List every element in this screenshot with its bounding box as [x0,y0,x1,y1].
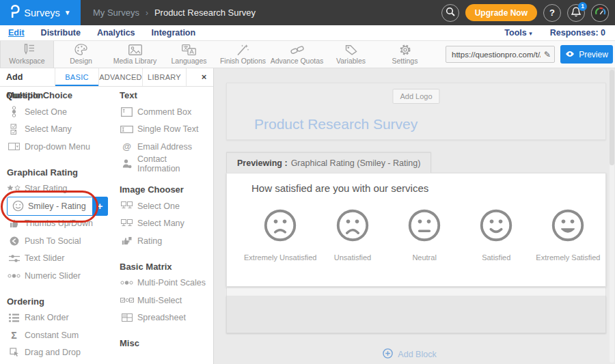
chevron-down-icon: ▾ [529,30,532,37]
star-rating-icon [7,184,21,193]
group-heading: Multiple Choice [7,90,120,100]
smiley-face-icon [335,208,370,246]
previewing-tab: Previewing : Graphical Rating (Smiley - … [226,152,431,173]
circle-plus-icon [383,348,393,361]
smiley-option-extremely-unsatisfied[interactable]: Extremely Unsatisfied [244,208,316,262]
survey-url-field[interactable]: https://questionpro.com/t/A ✎ [446,46,555,63]
group-basic-matrix: Basic Matrix Multi-Point Scales Multi-Se… [120,262,207,327]
add-question-panel: Add Question BASICADVANCEDLIBRARY × Mult… [0,68,214,364]
smiley-option-neutral[interactable]: Neutral [389,208,461,262]
avatar[interactable] [591,4,609,22]
toolbar-languages[interactable]: Languages [162,41,216,68]
nav-tab-integration[interactable]: Integration [152,28,196,38]
tab-basic[interactable]: BASIC [55,68,99,86]
scrollbar[interactable] [610,70,614,363]
toolbar-advance-quotas[interactable]: Advance Quotas [270,41,324,68]
sidebar-item-email-address[interactable]: @ Email Address [120,138,207,156]
smiley-option-satisfied[interactable]: Satisfied [461,208,532,262]
single-row-text-icon [120,126,134,133]
question-column-right: Text Comment Box Single Row Text @ Email… [120,90,207,364]
toolbar-variables[interactable]: Variables [324,41,378,68]
rank-order-icon [7,313,21,322]
search-button[interactable] [441,4,459,22]
smiley-option-unsatisfied[interactable]: Unsatisfied [316,208,388,262]
media-library-icon [128,44,142,55]
multi-select-icon [120,297,134,304]
sidebar-item-smiley-rating[interactable]: Smiley - Rating + [7,197,120,215]
image-rating-icon [120,236,134,245]
smiley-option-extremely-satisfied[interactable]: Extremely Satisfied [532,208,604,262]
add-logo-button[interactable]: Add Logo [392,89,439,104]
survey-header-panel: Add Logo Product Research Survey [226,83,606,140]
survey-nav-tabs: EditDistributeAnalyticsIntegration [8,28,212,38]
finish-options-icon [236,44,249,55]
edit-url-icon[interactable]: ✎ [541,50,551,59]
toolbar-media-library[interactable]: Media Library [108,41,162,68]
preview-button[interactable]: Preview [560,45,613,64]
sidebar-item-multi-point-scales[interactable]: Multi-Point Scales [120,275,207,292]
sidebar-item-rating[interactable]: Rating [120,232,207,250]
sidebar-item-text-slider[interactable]: Text Slider [7,250,120,268]
editor-toolbar: Workspace Design Media Library Languages… [0,41,615,68]
sidebar-item-rank-order[interactable]: Rank Order [7,309,120,327]
question-text[interactable]: How satisfied are you with our services [251,182,428,194]
contact-icon [120,159,134,169]
dropdown-menu-icon [7,142,21,151]
sidebar-item-push-to-social[interactable]: Push To Social [7,232,120,250]
settings-icon [399,44,411,55]
sidebar-item-select-one[interactable]: Select One [7,103,120,121]
sidebar-item-single-row-text[interactable]: Single Row Text [120,121,207,139]
close-panel-button[interactable]: × [195,68,213,86]
notifications-button[interactable]: 1 [567,4,585,22]
sidebar-item-constant-sum[interactable]: Σ Constant Sum [7,326,120,344]
question-preview-card[interactable]: How satisfied are you with our services … [226,173,606,287]
sidebar-item-select-one[interactable]: Select One [120,197,207,215]
upgrade-now-button[interactable]: Upgrade Now [465,4,537,21]
add-question-title: Add Question [0,68,55,86]
toolbar-design[interactable]: Design [54,41,108,68]
drag-drop-icon [7,348,21,357]
sidebar-item-contact-information[interactable]: Contact Information [120,156,207,173]
product-switcher[interactable]: Surveys ▼ [0,0,81,25]
share-icon [7,236,21,246]
sidebar-item-star-rating[interactable]: Star Rating [7,180,120,198]
multi-point-scales-icon [120,279,134,286]
toolbar-settings[interactable]: Settings [378,41,432,68]
sidebar-item-comment-box[interactable]: Comment Box [120,103,207,121]
languages-icon [182,44,196,55]
sidebar-item-spreadsheet[interactable]: Spreadsheet [120,309,207,327]
sidebar-item-drop-down-menu[interactable]: Drop-down Menu [7,138,120,156]
help-button[interactable]: ? [543,4,561,22]
sidebar-item-select-many[interactable]: Select Many [7,121,120,139]
sidebar-item-thumbs-up-down[interactable]: Thumbs Up/Down [7,215,120,233]
sidebar-item-select-many[interactable]: Select Many [120,215,207,233]
nav-tab-distribute[interactable]: Distribute [41,28,81,38]
nav-tab-analytics[interactable]: Analytics [97,28,135,38]
tab-library[interactable]: LIBRARY [143,68,187,86]
sidebar-item-numeric-slider[interactable]: Numeric Slider [7,267,120,285]
scrollbar-thumb[interactable] [610,70,614,165]
survey-title[interactable]: Product Research Survey [254,116,418,132]
toolbar-items: Workspace Design Media Library Languages… [0,41,432,68]
sigma-icon: Σ [7,331,21,340]
question-type-list: Multiple Choice Select One Select Many D… [0,87,213,364]
toolbar-finish-options[interactable]: Finish Options [216,41,270,68]
thumbs-icon [7,219,21,228]
breadcrumb-my-surveys[interactable]: My Surveys [93,8,139,18]
add-question-plus-button[interactable]: + [92,197,108,216]
questionpro-logo [10,5,20,20]
add-block-button[interactable]: Add Block [214,348,605,361]
group-image-chooser: Image Chooser Select One Select Many Rat… [120,184,207,250]
notification-badge: 1 [578,2,587,11]
sidebar-item-multi-select[interactable]: Multi-Select [120,292,207,309]
tab-advanced[interactable]: ADVANCED [99,68,143,86]
variables-icon [345,44,357,55]
toolbar-workspace[interactable]: Workspace [0,41,54,68]
nav-tab-edit[interactable]: Edit [8,28,25,38]
group-ordering: Ordering Rank Order Σ Constant Sum Drag … [7,296,120,362]
group-heading: Text [120,90,207,100]
smiley-face-icon [407,208,442,246]
tools-menu[interactable]: Tools ▾ [504,28,532,38]
sidebar-item-drag-and-drop[interactable]: Drag and Drop [7,344,120,362]
group-heading: Ordering [7,296,120,307]
